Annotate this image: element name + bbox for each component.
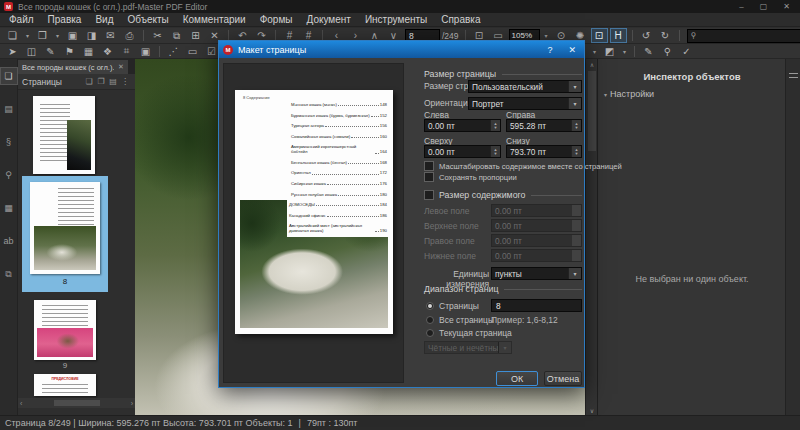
current-page-radio[interactable]: Текущая страница [426,328,512,338]
tab-close-icon[interactable]: ✕ [118,63,124,71]
ok-button[interactable]: ОК [496,371,538,386]
dropdown-caret[interactable]: ▾ [53,28,62,43]
pages-range-input[interactable]: 8 [491,299,582,312]
sliders-icon[interactable] [789,73,798,74]
inspector-settings-item[interactable]: ▾Настройки [604,89,654,99]
dialog-close-button[interactable]: ✕ [560,45,584,55]
save-as-icon[interactable]: ◨ [83,28,100,43]
next-view-icon[interactable]: ↻ [657,28,674,43]
document-tab[interactable]: Все породы кошек (с огл.).pdf ✕ [18,60,128,74]
search-panel-icon[interactable]: ⚲ [0,166,18,184]
new-document-icon[interactable]: ❏ [4,28,21,43]
menu-item[interactable]: Объекты [120,13,175,26]
note-icon[interactable]: ▭ [184,44,201,59]
snapshot-icon[interactable]: ▣ [137,44,154,59]
dropdown-caret[interactable]: ▾ [620,44,629,59]
separator[interactable] [159,46,160,57]
thumbnail-page-7[interactable] [33,96,95,174]
annotate-icon[interactable]: ✎ [640,44,657,59]
radio-icon[interactable] [426,302,434,310]
cut-icon[interactable]: ✂ [149,28,166,43]
thumb-larger-icon[interactable]: ❏ [83,76,95,88]
search-icon[interactable]: ⚲ [659,44,676,59]
bookmarks-panel-icon[interactable]: ▤ [0,100,18,118]
menu-item[interactable]: Документ [300,13,358,26]
multipage-view-icon[interactable]: ◫ [23,44,40,59]
menu-item[interactable]: Комментарии [176,13,253,26]
menu-item[interactable]: Справка [434,13,487,26]
separator[interactable] [679,30,680,41]
bottom-spinbox[interactable]: 793.70 пт▲▼ [506,145,582,158]
select-tool-icon[interactable]: ➤ [4,44,21,59]
scroll-left-icon[interactable]: ‹ [20,400,22,407]
thumbnail-page-10[interactable]: ПРЕДИСЛОВИЕ [34,374,96,396]
menu-item[interactable]: Инструменты [358,13,434,26]
prev-view-icon[interactable]: ↺ [638,28,655,43]
paste-icon[interactable]: ⊞ [187,28,204,43]
thumbnail-page-9[interactable] [34,300,96,360]
measure-icon[interactable]: ⋰ [165,44,182,59]
canvas-scrollbar[interactable]: ∧ ∨ [585,59,597,415]
objects-tool-icon[interactable]: ◩ [601,44,618,59]
checkbox-icon[interactable] [424,161,434,171]
dropdown-caret[interactable]: ▾ [23,28,32,43]
validate-icon[interactable]: ✓ [678,44,695,59]
radio-icon[interactable] [426,316,434,324]
thumbnails-scrollbar[interactable]: ‹ › [18,398,135,408]
cancel-button[interactable]: Отмена [544,371,582,386]
orientation-select[interactable]: Портрет▾ [468,97,582,110]
expand-caret-icon[interactable]: ▾ [604,92,607,98]
email-icon[interactable]: ✉ [102,28,119,43]
right-spinbox[interactable]: 595.28 пт▲▼ [506,119,582,132]
dialog-title-bar[interactable]: M Макет страницы ? ✕ [219,41,584,58]
units-select[interactable]: пункты▾ [491,267,582,280]
fonts-panel-icon[interactable]: ab [0,232,18,250]
open-document-icon[interactable]: ❒ [34,28,51,43]
menu-item[interactable]: Формы [253,13,300,26]
scrollbar-thumb[interactable] [54,400,100,406]
flag-icon[interactable]: ⚑ [61,44,78,59]
page-options-icon[interactable]: ▤ [107,76,119,88]
checkbox-icon[interactable] [424,172,434,182]
top-spinbox[interactable]: 0.00 пт▲▼ [424,145,501,158]
print-icon[interactable]: ⎙ [121,28,138,43]
search-input[interactable]: ⚲ ▾ [687,29,800,43]
save-icon[interactable]: ▣ [64,28,81,43]
pages-panel-icon[interactable]: ❏ [0,67,18,85]
scrollbar-thumb[interactable] [588,71,596,151]
extract-panel-icon[interactable]: ⧉ [0,265,18,283]
separator[interactable] [634,46,635,57]
menu-item[interactable]: Файл [2,13,41,26]
app-window: M Все породы кошек (с огл.).pdf-Master P… [0,0,800,430]
checkbox-icon[interactable] [424,190,434,200]
fit-height-icon[interactable]: H [610,28,627,43]
page-size-select[interactable]: Пользовательский▾ [468,80,582,93]
thumbnail-page-8[interactable] [30,182,100,274]
panel-menu-icon[interactable]: ⋮ [119,76,131,88]
copy-icon[interactable]: ⧉ [168,28,185,43]
crop-icon[interactable]: ⌗ [118,44,135,59]
radio-icon[interactable] [426,329,434,337]
scroll-right-icon[interactable]: › [131,400,133,407]
close-button[interactable]: ✕ [783,2,790,11]
scale-content-checkbox[interactable]: Масштабировать содержимое вместе со стра… [424,161,622,171]
maximize-button[interactable]: ▢ [760,2,768,11]
pages-radio[interactable]: Страницы [426,301,479,311]
menu-item[interactable]: Правка [41,13,89,26]
keep-proportions-checkbox[interactable]: Сохранять пропорции [424,172,517,182]
hand-tool-icon[interactable]: ❖ [99,44,116,59]
minimize-button[interactable]: – [739,2,743,11]
zoom-area-icon[interactable]: ⊡ [591,28,608,43]
all-pages-radio[interactable]: Все страницы [426,315,494,325]
separator[interactable] [632,30,633,41]
left-spinbox[interactable]: 0.00 пт▲▼ [424,119,501,132]
dialog-help-button[interactable]: ? [539,45,560,55]
separator[interactable] [143,30,144,41]
attachments-panel-icon[interactable]: § [0,133,18,151]
table-icon[interactable]: ▦ [80,44,97,59]
thumb-smaller-icon[interactable]: ❐ [95,76,107,88]
dropdown-caret[interactable]: ▾ [590,44,599,59]
layers-panel-icon[interactable]: ▦ [0,199,18,217]
menu-item[interactable]: Вид [88,13,120,26]
edit-document-icon[interactable]: ✎ [42,44,59,59]
